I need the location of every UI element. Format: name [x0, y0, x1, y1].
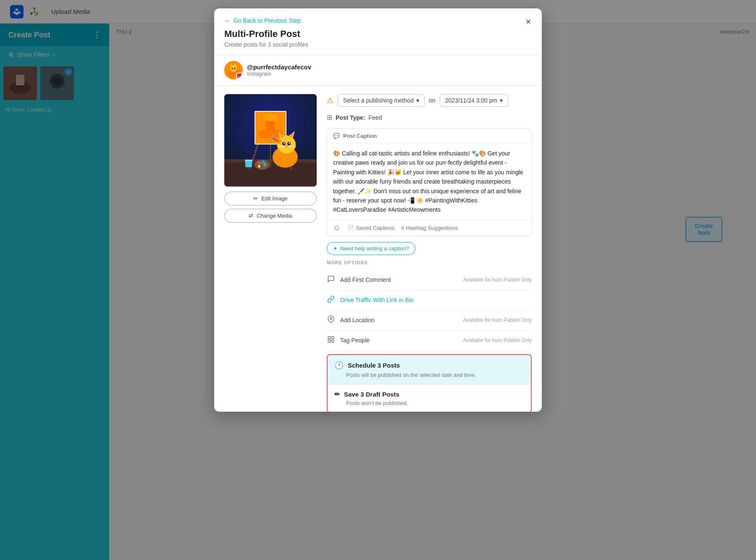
- change-media-label: Change Media: [257, 213, 292, 219]
- post-type-label: Post Type:: [336, 114, 365, 121]
- svg-rect-53: [332, 337, 334, 339]
- svg-point-13: [233, 70, 234, 71]
- edit-icon: ✏: [253, 195, 258, 202]
- schedule-icon: 🕐: [334, 361, 344, 370]
- edit-image-label: Edit Image: [261, 195, 287, 202]
- profile-info: @purrfectdaycafecov Instagram: [247, 63, 311, 77]
- svg-point-11: [231, 68, 233, 69]
- draft-desc: Posts won't be published.: [346, 400, 524, 406]
- profile-row: @purrfectdaycafecov Instagram: [214, 55, 542, 86]
- back-link-text: Go Back to Previous Step: [234, 17, 301, 24]
- option-tag-people: Tag People Available for Auto Publish On…: [327, 331, 532, 351]
- link-icon: [327, 295, 335, 305]
- draft-icon: ✏: [334, 390, 340, 398]
- save-draft-option[interactable]: ✏ Save 3 Draft Posts Posts won't be publ…: [328, 384, 531, 412]
- svg-point-27: [277, 135, 296, 154]
- profile-handle: @purrfectdaycafecov: [247, 63, 311, 71]
- saved-captions-label: Saved Captions: [356, 225, 394, 231]
- svg-point-45: [258, 162, 261, 165]
- add-first-comment-restriction: Available for Auto Publish Only: [463, 277, 532, 283]
- schedule-desc: Posts will be published on the selected …: [346, 372, 524, 378]
- publish-method-text: Select a publishing method: [343, 97, 414, 104]
- publish-date-select[interactable]: 2023/11/24 3:00 pm ▾: [440, 94, 509, 107]
- back-arrow-icon: ←: [224, 17, 231, 24]
- tag-people-icon: [327, 336, 335, 345]
- schedule-posts-option[interactable]: 🕐 Schedule 3 Posts Posts will be publish…: [328, 355, 531, 384]
- caption-section: 💬 Post Caption 🎨 Calling all cat-tastic …: [327, 128, 532, 236]
- svg-point-35: [289, 143, 290, 144]
- instagram-badge: [236, 73, 243, 79]
- publish-row: ⚠ Select a publishing method ▾ on 2023/1…: [327, 94, 532, 107]
- date-chevron: ▾: [500, 97, 503, 104]
- post-image: [224, 94, 317, 187]
- image-buttons: ✏ Edit Image ⇄ Change Media: [224, 192, 317, 223]
- schedule-label: Schedule 3 Posts: [348, 362, 400, 369]
- draft-label: Save 3 Draft Posts: [344, 391, 399, 398]
- caption-label: Post Caption: [343, 133, 377, 139]
- profile-avatar: [224, 61, 243, 79]
- modal-overlay: ← Go Back to Previous Step Multi-Profile…: [0, 0, 756, 560]
- more-options-label: MORE OPTIONS: [327, 260, 532, 265]
- left-column: ✏ Edit Image ⇄ Change Media: [224, 94, 317, 412]
- close-button[interactable]: ×: [522, 15, 535, 29]
- option-add-first-comment: Add First Comment Available for Auto Pub…: [327, 270, 532, 290]
- modal-subtitle: Create posts for 3 social profiles: [224, 41, 532, 48]
- grid-icon: ⊞: [327, 113, 332, 121]
- svg-point-36: [285, 145, 288, 147]
- ai-icon: ✦: [333, 245, 338, 252]
- comment-icon: [327, 275, 335, 285]
- add-location-label: Add Location: [340, 317, 458, 323]
- svg-point-47: [263, 163, 267, 166]
- svg-point-12: [234, 68, 236, 69]
- svg-point-51: [330, 318, 332, 320]
- publish-method-chevron: ▾: [416, 97, 419, 104]
- svg-point-8: [230, 65, 237, 72]
- caption-footer: ☺ 📄 Saved Captions # Hashtag Suggestions: [327, 220, 531, 236]
- edit-image-button[interactable]: ✏ Edit Image: [224, 192, 317, 205]
- svg-rect-52: [328, 337, 330, 339]
- hashtag-icon: #: [401, 225, 404, 231]
- modal-title: Multi-Profile Post: [224, 29, 532, 39]
- drive-traffic-label: Drive Traffic With Link in Bio: [340, 297, 532, 303]
- caption-icon: 💬: [333, 133, 340, 139]
- option-drive-traffic[interactable]: Drive Traffic With Link in Bio: [327, 290, 532, 310]
- ai-caption-button[interactable]: ✦ Need help writing a caption?: [327, 242, 415, 255]
- modal: ← Go Back to Previous Step Multi-Profile…: [214, 8, 542, 412]
- draft-option-title: ✏ Save 3 Draft Posts: [334, 390, 524, 398]
- emoji-button[interactable]: ☺: [333, 223, 341, 232]
- hashtag-button[interactable]: # Hashtag Suggestions: [401, 225, 458, 231]
- right-column: ⚠ Select a publishing method ▾ on 2023/1…: [327, 94, 532, 412]
- modal-header: ← Go Back to Previous Step Multi-Profile…: [214, 8, 542, 55]
- svg-point-48: [258, 165, 260, 168]
- saved-captions-icon: 📄: [347, 225, 354, 231]
- schedule-option-title: 🕐 Schedule 3 Posts: [334, 361, 524, 370]
- svg-rect-50: [245, 160, 252, 161]
- add-location-restriction: Available for Auto Publish Only: [463, 317, 532, 323]
- change-media-button[interactable]: ⇄ Change Media: [224, 209, 317, 223]
- post-type-value: Feed: [369, 114, 382, 121]
- svg-point-25: [264, 113, 277, 121]
- svg-rect-55: [328, 340, 330, 342]
- warning-icon: ⚠: [327, 96, 333, 105]
- caption-text[interactable]: 🎨 Calling all cat-tastic artists and fel…: [327, 144, 531, 220]
- svg-rect-54: [332, 340, 334, 342]
- saved-captions-button[interactable]: 📄 Saved Captions: [347, 225, 394, 231]
- profile-platform: Instagram: [247, 71, 311, 77]
- publishing-options-container: 🕐 Schedule 3 Posts Posts will be publish…: [327, 354, 532, 412]
- publish-method-select[interactable]: Select a publishing method ▾: [338, 94, 425, 107]
- location-icon: [327, 315, 335, 325]
- publish-date-text: 2023/11/24 3:00 pm: [445, 97, 498, 104]
- back-link[interactable]: ← Go Back to Previous Step: [224, 17, 532, 24]
- hashtag-label: Hashtag Suggestions: [406, 225, 458, 231]
- svg-rect-49: [245, 160, 252, 167]
- tag-people-label: Tag People: [340, 337, 458, 344]
- publishing-section: 🕐 Schedule 3 Posts Posts will be publish…: [327, 354, 532, 412]
- add-first-comment-label: Add First Comment: [340, 276, 458, 283]
- svg-point-34: [284, 143, 285, 144]
- tag-people-restriction: Available for Auto Publish Only: [463, 337, 532, 343]
- change-icon: ⇄: [249, 213, 253, 219]
- on-label: on: [429, 97, 436, 104]
- post-type-row: ⊞ Post Type: Feed: [327, 113, 532, 121]
- option-add-location: Add Location Available for Auto Publish …: [327, 310, 532, 331]
- caption-header: 💬 Post Caption: [327, 129, 531, 144]
